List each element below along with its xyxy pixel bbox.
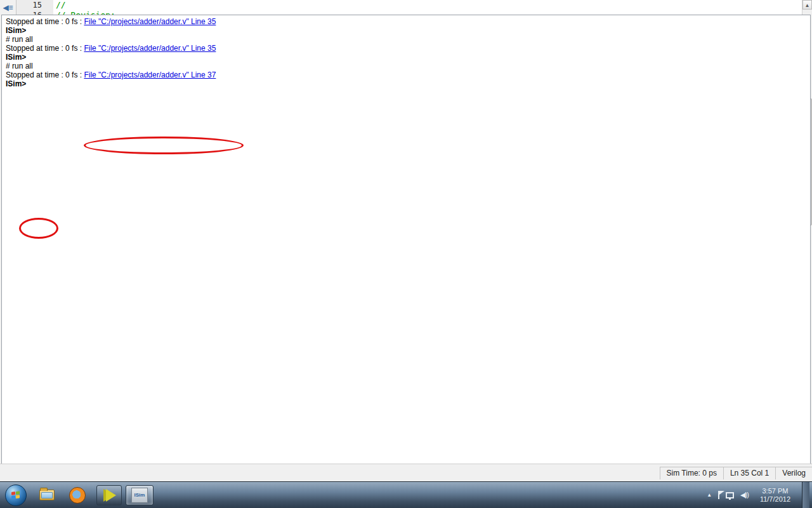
console-prompt: ISim>: [6, 26, 806, 35]
console-line: Stopped at time : 0 fs : File "C:/projec…: [6, 17, 806, 26]
prev-view-icon[interactable]: ◀≡: [2, 2, 15, 13]
ise-taskbar-button[interactable]: [96, 485, 122, 505]
status-bar: Sim Time: 0 ps Ln 35 Col 1 Verilog: [0, 464, 812, 481]
isim-icon: ISim: [131, 488, 148, 503]
scroll-up-icon[interactable]: ▲: [802, 0, 812, 10]
console-command: # run all: [6, 35, 806, 44]
windows-logo-icon: [11, 491, 20, 499]
clock-time: 3:57 PM: [760, 487, 790, 495]
console-prompt: ISim>: [6, 53, 806, 62]
explorer-taskbar-icon[interactable]: [36, 486, 58, 505]
console-line: Stopped at time : 0 fs : File "C:/projec…: [6, 44, 806, 53]
line-number[interactable]: 15: [16, 0, 53, 10]
console-command: # run all: [6, 62, 806, 70]
isim-taskbar-button[interactable]: ISim: [126, 485, 154, 505]
clock-date: 11/7/2012: [760, 495, 790, 504]
taskbar-clock[interactable]: 3:57 PM 11/7/2012: [755, 487, 796, 504]
console-output[interactable]: Stopped at time : 0 fs : File "C:/projec…: [1, 15, 811, 491]
language-status: Verilog: [775, 467, 812, 479]
firefox-taskbar-icon[interactable]: [66, 486, 89, 505]
start-button[interactable]: [5, 485, 27, 506]
cursor-position-status: Ln 35 Col 1: [723, 467, 775, 479]
show-desktop-button[interactable]: [802, 482, 809, 508]
ise-icon: [106, 489, 116, 502]
console-panel: Console ↔ □ ❐ ✕ Stopped at time : 0 fs :…: [0, 312, 812, 415]
source-link[interactable]: File "C:/projects/adder/adder.v" Line 35: [84, 44, 216, 53]
console-line: Stopped at time : 0 fs : File "C:/projec…: [6, 70, 806, 79]
console-prompt: ISim>: [6, 79, 806, 88]
sim-time-status: Sim Time: 0 ps: [660, 467, 723, 479]
volume-icon[interactable]: ◀)): [740, 491, 749, 499]
source-link[interactable]: File "C:/projects/adder/adder.v" Line 35: [84, 17, 216, 26]
code-line-15[interactable]: 15 //: [16, 0, 802, 10]
windows-taskbar: ISim ▲ ◀)) 3:57 PM 11/7/2012: [0, 481, 812, 508]
isim-window: ∿ ISim (P.28xd) - [adder.v] ▁ ❐ ✕ ≡≡≡ Fi…: [0, 0, 812, 508]
system-tray: ▲ ◀)) 3:57 PM 11/7/2012: [707, 482, 812, 508]
action-center-flag-icon[interactable]: [718, 491, 719, 499]
source-link[interactable]: File "C:/projects/adder/adder.v" Line 37: [84, 70, 216, 79]
network-icon[interactable]: [726, 492, 734, 498]
hidden-icons-chevron-icon[interactable]: ▲: [707, 492, 712, 498]
